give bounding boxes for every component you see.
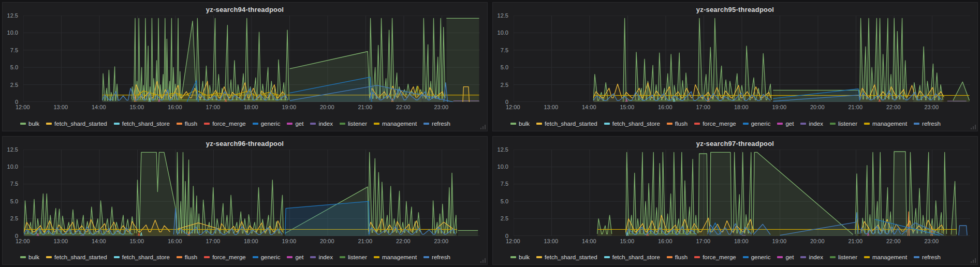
legend-item-bulk[interactable]: bulk bbox=[20, 121, 39, 127]
legend-item-index[interactable]: index bbox=[800, 121, 823, 127]
legend-item-fetch_shard_store[interactable]: fetch_shard_store bbox=[114, 121, 170, 127]
legend-label: get bbox=[785, 254, 794, 260]
legend-item-management[interactable]: management bbox=[374, 254, 417, 260]
legend-item-index[interactable]: index bbox=[310, 254, 333, 260]
legend-label: fetch_shard_started bbox=[54, 254, 107, 260]
legend-item-index[interactable]: index bbox=[800, 254, 823, 260]
legend-swatch bbox=[114, 123, 120, 125]
y-tick-label: 7.5 bbox=[501, 47, 508, 53]
legend-item-fetch_shard_store[interactable]: fetch_shard_store bbox=[114, 254, 170, 260]
legend-item-get[interactable]: get bbox=[287, 121, 303, 127]
y-tick-label: 2.5 bbox=[501, 215, 508, 221]
legend-item-generic[interactable]: generic bbox=[743, 121, 771, 127]
legend-label: management bbox=[872, 121, 907, 127]
legend-item-listener[interactable]: listener bbox=[830, 254, 857, 260]
series-fill-bulk bbox=[458, 230, 478, 236]
legend-item-refresh[interactable]: refresh bbox=[423, 121, 450, 127]
x-axis: 12:0013:0014:0015:0016:0017:0018:0019:00… bbox=[23, 104, 480, 111]
y-tick-label: 7.5 bbox=[10, 181, 18, 187]
legend-item-fetch_shard_store[interactable]: fetch_shard_store bbox=[604, 121, 660, 127]
x-tick-label: 20:00 bbox=[810, 238, 825, 244]
legend-item-flush[interactable]: flush bbox=[177, 254, 197, 260]
x-tick-label: 18:00 bbox=[734, 238, 749, 244]
y-tick-label: 7.5 bbox=[501, 181, 508, 187]
legend-item-fetch_shard_store[interactable]: fetch_shard_store bbox=[604, 254, 660, 260]
legend-swatch bbox=[114, 256, 120, 258]
chart-canvas[interactable] bbox=[23, 16, 480, 102]
legend-item-get[interactable]: get bbox=[287, 254, 303, 260]
legend-item-force_merge[interactable]: force_merge bbox=[694, 121, 736, 127]
legend-swatch bbox=[800, 123, 806, 125]
y-tick-label: 2.5 bbox=[10, 215, 18, 221]
x-tick-label: 19:00 bbox=[772, 104, 787, 110]
panel-title[interactable]: yz-search97-threadpool bbox=[493, 140, 977, 147]
legend-item-force_merge[interactable]: force_merge bbox=[204, 121, 246, 127]
legend-item-listener[interactable]: listener bbox=[340, 254, 367, 260]
legend-item-generic[interactable]: generic bbox=[253, 254, 281, 260]
x-tick-label: 15:00 bbox=[620, 238, 635, 244]
x-tick-label: 19:00 bbox=[282, 104, 297, 110]
x-tick-label: 16:00 bbox=[168, 238, 182, 244]
legend-item-fetch_shard_started[interactable]: fetch_shard_started bbox=[46, 254, 107, 260]
series-fill-refresh bbox=[959, 226, 967, 236]
legend-item-index[interactable]: index bbox=[310, 121, 333, 127]
legend-item-bulk[interactable]: bulk bbox=[20, 254, 39, 260]
panel-resize-handle-icon[interactable] bbox=[971, 125, 976, 129]
legend-item-generic[interactable]: generic bbox=[743, 254, 771, 260]
x-tick-label: 23:00 bbox=[924, 104, 939, 110]
legend-item-management[interactable]: management bbox=[374, 121, 417, 127]
legend-item-generic[interactable]: generic bbox=[253, 121, 281, 127]
legend-item-fetch_shard_started[interactable]: fetch_shard_started bbox=[536, 254, 597, 260]
legend-item-fetch_shard_started[interactable]: fetch_shard_started bbox=[536, 121, 597, 127]
panel-title[interactable]: yz-search94-threadpool bbox=[3, 6, 487, 13]
series-fill-bulk bbox=[893, 152, 906, 236]
legend-swatch bbox=[177, 256, 182, 258]
legend-swatch bbox=[604, 256, 610, 258]
legend-item-refresh[interactable]: refresh bbox=[914, 254, 941, 260]
x-tick-label: 16:00 bbox=[168, 104, 182, 110]
legend-label: get bbox=[295, 121, 303, 127]
legend-label: flush bbox=[675, 121, 688, 127]
panel-resize-handle-icon[interactable] bbox=[480, 125, 486, 129]
legend-item-bulk[interactable]: bulk bbox=[510, 121, 530, 127]
legend-item-force_merge[interactable]: force_merge bbox=[204, 254, 246, 260]
legend-label: force_merge bbox=[703, 254, 736, 260]
chart-plot-area[interactable] bbox=[23, 16, 480, 102]
y-tick-label: 10.0 bbox=[498, 164, 508, 170]
legend-swatch bbox=[864, 123, 870, 125]
legend-item-listener[interactable]: listener bbox=[340, 121, 367, 127]
x-tick-label: 17:00 bbox=[696, 238, 711, 244]
legend-swatch bbox=[287, 256, 292, 258]
chart-canvas[interactable] bbox=[514, 16, 970, 102]
threadpool-panel: yz-search97-threadpool 02.55.07.510.012.… bbox=[492, 136, 978, 265]
legend-item-flush[interactable]: flush bbox=[667, 121, 688, 127]
legend-label: generic bbox=[261, 254, 281, 260]
legend-item-force_merge[interactable]: force_merge bbox=[694, 254, 736, 260]
legend-swatch bbox=[800, 256, 806, 258]
chart-plot-area[interactable] bbox=[23, 150, 480, 236]
legend-item-listener[interactable]: listener bbox=[830, 121, 857, 127]
legend-swatch bbox=[830, 123, 836, 125]
legend-item-fetch_shard_started[interactable]: fetch_shard_started bbox=[46, 121, 107, 127]
chart-canvas[interactable] bbox=[23, 150, 480, 236]
panel-title[interactable]: yz-search96-threadpool bbox=[3, 140, 487, 147]
y-tick-label: 5.0 bbox=[501, 198, 508, 204]
legend-item-refresh[interactable]: refresh bbox=[914, 121, 941, 127]
panel-resize-handle-icon[interactable] bbox=[971, 258, 976, 263]
chart-plot-area[interactable] bbox=[514, 16, 970, 102]
panel-resize-handle-icon[interactable] bbox=[480, 258, 486, 263]
legend-item-bulk[interactable]: bulk bbox=[510, 254, 530, 260]
legend-item-flush[interactable]: flush bbox=[177, 121, 197, 127]
legend-item-management[interactable]: management bbox=[864, 121, 907, 127]
legend-item-get[interactable]: get bbox=[777, 254, 794, 260]
legend-label: bulk bbox=[519, 121, 530, 127]
chart-canvas[interactable] bbox=[514, 150, 970, 236]
legend-item-flush[interactable]: flush bbox=[667, 254, 688, 260]
legend-item-get[interactable]: get bbox=[777, 121, 794, 127]
legend-label: listener bbox=[838, 254, 857, 260]
chart-plot-area[interactable] bbox=[514, 150, 970, 236]
x-tick-label: 13:00 bbox=[53, 238, 68, 244]
legend-item-refresh[interactable]: refresh bbox=[423, 254, 450, 260]
panel-title[interactable]: yz-search95-threadpool bbox=[493, 6, 977, 13]
legend-item-management[interactable]: management bbox=[864, 254, 907, 260]
